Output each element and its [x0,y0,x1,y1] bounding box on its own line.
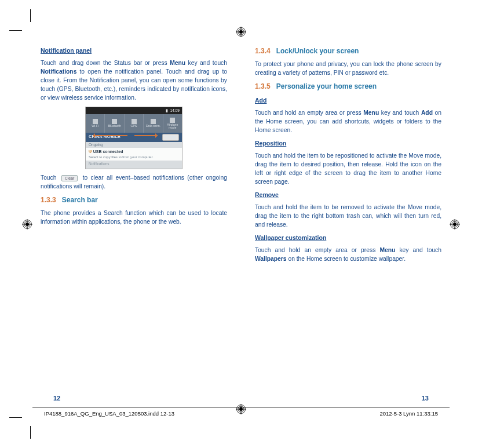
page-spread: Notification panel Touch and drag down t… [41,46,441,268]
heading-reposition: Reposition [255,139,441,148]
clear-button: Clear [162,134,179,141]
svg-point-19 [239,407,243,411]
qs-gps: GPS [125,114,144,133]
data-icon [151,119,156,124]
crop-mark [9,30,22,31]
quick-settings-row: Wi-Fi Bluetooth GPS Data conn. Airplane … [86,114,182,133]
paragraph: The phone provides a Search function whi… [41,209,227,227]
qs-data: Data conn. [144,114,163,133]
paragraph: Touch and drag down the Status bar or pr… [41,59,227,103]
qs-bluetooth: Bluetooth [105,114,124,133]
ongoing-label: Ongoing [89,142,103,147]
heading-add: Add [255,96,441,105]
status-time: 14:09 [170,108,180,113]
paragraph: To protect your phone and privacy, you c… [255,60,441,78]
clear-button-inline: Clear [61,175,78,181]
paragraph: Touch and hold an empty area or press Me… [255,109,441,135]
notifications-label: Notifications [89,161,109,166]
arrow-right-icon [134,135,158,136]
paragraph: Touch Clear to clear all event–based not… [41,174,227,191]
figure-notification-panel: ▮ 14:09 Wi-Fi Bluetooth GPS Data conn. A… [85,107,182,169]
battery-icon: ▮ [166,108,168,113]
gps-icon [132,119,137,124]
page-number-right: 13 [422,395,429,402]
wifi-icon [93,119,98,124]
status-bar: ▮ 14:09 [86,107,182,114]
footer-filename: IP4188_916A_QG_Eng_USA_03_120503.indd 12… [44,410,174,417]
heading-wallpaper: Wallpaper customization [255,234,441,242]
registration-mark-icon [22,219,32,230]
airplane-icon [170,118,175,123]
heading-1-3-4: 1.3.4Lock/Unlock your screen [255,46,441,56]
page-left: Notification panel Touch and drag down t… [41,46,227,268]
registration-mark-icon [236,404,246,414]
page-right: 1.3.4Lock/Unlock your screen To protect … [255,46,441,268]
carrier-row: CHINA MOBILE Clear [86,133,182,142]
usb-icon: Ψ [89,150,92,154]
bluetooth-icon [112,119,117,124]
svg-point-4 [239,30,243,34]
arrow-left-icon [93,135,127,136]
paragraph: Touch and hold an empty area or press Me… [255,246,441,264]
page-number-left: 12 [53,395,60,402]
paragraph: Touch and hold the item to be reposition… [255,152,441,187]
crop-mark [9,417,22,418]
registration-mark-icon [236,27,246,37]
print-page: Notification panel Touch and drag down t… [10,10,472,438]
heading-remove: Remove [255,191,441,199]
crop-mark [30,9,31,22]
paragraph: Touch and hold the item to be removed to… [255,203,441,230]
heading-1-3-5: 1.3.5Personalize your home screen [255,82,441,92]
registration-mark-icon [450,219,460,230]
footer-timestamp: 2012-5-3 Lynn 11:33:15 [379,410,438,417]
svg-point-9 [25,223,29,226]
usb-notification: ΨUSB connected Select to copy files to/f… [86,148,182,161]
screenshot: ▮ 14:09 Wi-Fi Bluetooth GPS Data conn. A… [85,107,182,169]
crop-mark [30,426,31,439]
svg-point-14 [453,223,457,226]
qs-wifi: Wi-Fi [86,114,105,133]
qs-airplane: Airplane mode [163,114,182,133]
heading-notification-panel: Notification panel [41,46,227,55]
heading-1-3-3: 1.3.3Search bar [41,195,227,205]
